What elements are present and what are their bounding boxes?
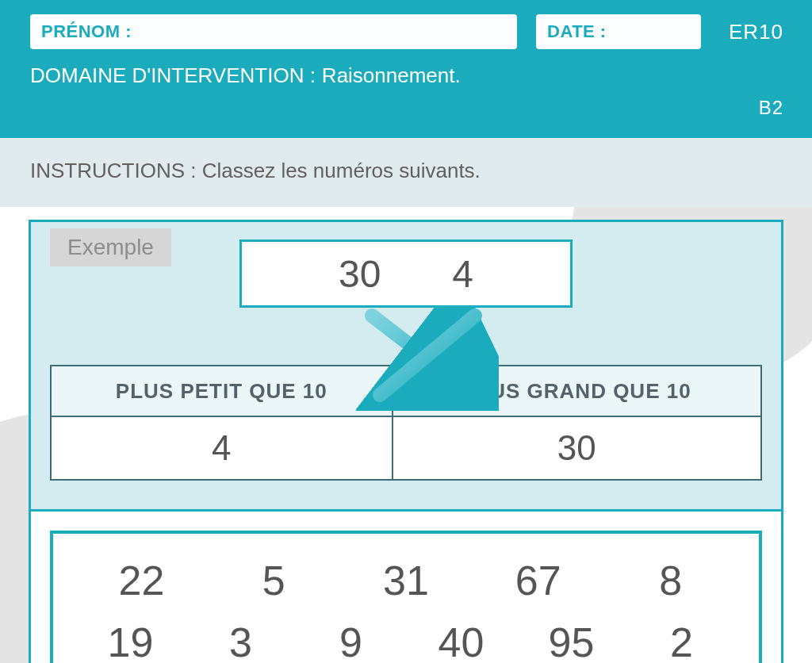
- domain-label: DOMAINE D'INTERVENTION :: [30, 63, 316, 88]
- number-pool-box: 22 5 31 67 8 19 3 9 40 95 2: [50, 531, 762, 663]
- pool-num: 19: [75, 611, 186, 663]
- worksheet-body: Exemple 30 4: [0, 207, 812, 663]
- worksheet-codes: ER10: [729, 20, 783, 44]
- pool-row-1: 22 5 31 67 8: [75, 550, 737, 611]
- example-result-table: PLUS PETIT QUE 10 PLUS GRAND QUE 10 4 30: [50, 365, 762, 481]
- pool-num: 8: [604, 550, 737, 611]
- date-label: DATE :: [547, 21, 607, 42]
- date-field[interactable]: DATE :: [536, 14, 701, 49]
- pool-num: 31: [340, 550, 473, 611]
- example-source-box: 30 4: [239, 240, 573, 308]
- pool-num: 22: [75, 550, 208, 611]
- col-header-smaller: PLUS PETIT QUE 10: [51, 366, 393, 416]
- instructions-bar: INSTRUCTIONS : Classez les numéros suiva…: [0, 138, 812, 207]
- code-top: ER10: [729, 20, 783, 44]
- code-bottom: B2: [759, 97, 783, 119]
- pool-num: 5: [208, 550, 340, 611]
- instructions-text: Classez les numéros suivants.: [202, 159, 481, 182]
- worksheet-header: PRÉNOM : DATE : ER10 DOMAINE D'INTERVENT…: [0, 0, 812, 138]
- pool-num: 95: [516, 611, 626, 663]
- number-pool-panel: 22 5 31 67 8 19 3 9 40 95 2: [29, 512, 783, 663]
- pool-num: 9: [296, 611, 406, 663]
- example-panel: Exemple 30 4: [29, 220, 783, 512]
- col-header-greater: PLUS GRAND QUE 10: [393, 366, 761, 416]
- pool-num: 3: [186, 611, 296, 663]
- pool-num: 67: [472, 550, 604, 611]
- example-source-right: 4: [452, 252, 473, 296]
- prenom-field[interactable]: PRÉNOM :: [30, 14, 517, 49]
- example-source-left: 30: [339, 252, 381, 296]
- pool-num: 2: [626, 611, 737, 663]
- pool-num: 40: [406, 611, 516, 663]
- col-value-smaller: 4: [51, 416, 393, 480]
- pool-row-2: 19 3 9 40 95 2: [75, 611, 737, 663]
- example-tag: Exemple: [50, 228, 171, 266]
- instructions-label: INSTRUCTIONS :: [30, 159, 196, 182]
- domain-value: Raisonnement.: [322, 63, 461, 88]
- prenom-label: PRÉNOM :: [41, 21, 132, 42]
- col-value-greater: 30: [393, 416, 761, 480]
